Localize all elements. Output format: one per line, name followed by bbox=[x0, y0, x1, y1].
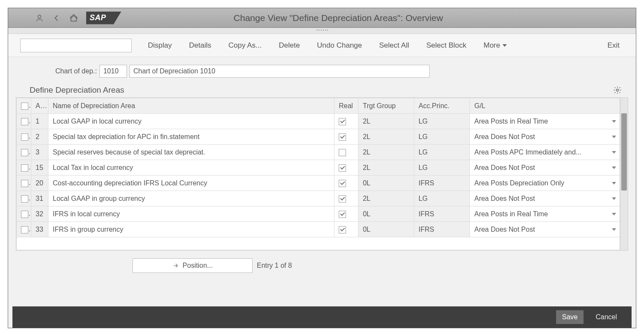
col-header-name[interactable]: Name of Depreciation Area bbox=[48, 98, 334, 114]
cell-acc-princ: LG bbox=[414, 160, 470, 176]
cell-gl-dropdown[interactable]: Area Does Not Post bbox=[470, 160, 620, 176]
table-row[interactable]: 15Local Tax in local currency2LLGArea Do… bbox=[17, 160, 620, 176]
table-row[interactable]: 1Local GAAP in local currency2LLGArea Po… bbox=[17, 114, 620, 129]
sap-logo: SAP bbox=[86, 12, 121, 24]
display-button[interactable]: Display bbox=[139, 34, 181, 57]
cell-gl-dropdown[interactable]: Area Posts in Real Time bbox=[470, 206, 620, 222]
undo-change-button[interactable]: Undo Change bbox=[308, 34, 370, 57]
cell-name[interactable]: Local GAAP in group currency bbox=[48, 191, 334, 206]
cell-real-checkbox[interactable] bbox=[334, 114, 358, 129]
cell-name[interactable]: Local GAAP in local currency bbox=[48, 114, 334, 129]
delete-button[interactable]: Delete bbox=[270, 34, 308, 57]
table-row[interactable]: 2Special tax depreciation for APC in fin… bbox=[17, 129, 620, 145]
cell-name[interactable]: Local Tax in local currency bbox=[48, 160, 334, 176]
cell-trgt-group: 2L bbox=[358, 145, 414, 160]
chevron-down-icon bbox=[612, 120, 616, 123]
cell-gl-dropdown[interactable]: Area Posts Depreciation Only bbox=[470, 176, 620, 191]
row-select-checkbox[interactable] bbox=[17, 160, 31, 176]
svg-point-0 bbox=[38, 15, 41, 18]
cell-ar: 33 bbox=[31, 222, 48, 237]
exit-button[interactable]: Exit bbox=[599, 34, 628, 57]
position-button-label: Position... bbox=[183, 262, 213, 269]
cell-acc-princ: LG bbox=[414, 114, 470, 129]
cell-gl-dropdown[interactable]: Area Does Not Post bbox=[470, 222, 620, 237]
table-row[interactable]: 3Special reserves because of special tax… bbox=[17, 145, 620, 160]
cell-name[interactable]: IFRS in local currency bbox=[48, 206, 334, 222]
cell-ar: 1 bbox=[31, 114, 48, 129]
chart-of-dep-description[interactable]: Chart of Depreciation 1010 bbox=[129, 65, 430, 78]
cell-ar: 15 bbox=[31, 160, 48, 176]
more-button[interactable]: More bbox=[475, 34, 516, 57]
table-row-empty bbox=[17, 237, 620, 250]
cell-real-checkbox[interactable] bbox=[334, 191, 358, 206]
select-all-button[interactable]: Select All bbox=[370, 34, 418, 57]
cell-gl-dropdown[interactable]: Area Does Not Post bbox=[470, 129, 620, 145]
chevron-down-icon bbox=[612, 151, 616, 154]
chevron-down-icon bbox=[612, 182, 616, 185]
table-row[interactable]: 32IFRS in local currency0LIFRSArea Posts… bbox=[17, 206, 620, 222]
col-header-gl[interactable]: G/L bbox=[470, 98, 620, 114]
save-button[interactable]: Save bbox=[556, 310, 584, 324]
table-row[interactable]: 33IFRS in group currency0LIFRSArea Does … bbox=[17, 222, 620, 237]
chevron-down-icon bbox=[612, 197, 616, 200]
table-row[interactable]: 31Local GAAP in group currency2LLGArea D… bbox=[17, 191, 620, 206]
table-row[interactable]: 20Cost-accounting depreciation IFRS Loca… bbox=[17, 176, 620, 191]
section-title-row: Define Depreciation Areas bbox=[12, 85, 632, 95]
cell-trgt-group: 2L bbox=[358, 129, 414, 145]
row-select-checkbox[interactable] bbox=[17, 191, 31, 206]
position-button[interactable]: Position... bbox=[132, 258, 253, 273]
home-icon[interactable] bbox=[69, 13, 78, 23]
col-header-acc-princ[interactable]: Acc.Princ. bbox=[414, 98, 470, 114]
cell-gl-dropdown[interactable]: Area Posts APC Immediately and... bbox=[470, 145, 620, 160]
cell-name[interactable]: Special reserves because of special tax … bbox=[48, 145, 334, 160]
vertical-scrollbar[interactable] bbox=[620, 98, 628, 250]
user-icon[interactable] bbox=[35, 13, 44, 23]
select-all-checkbox[interactable] bbox=[17, 98, 31, 114]
chart-of-dep-label: Chart of dep.: bbox=[55, 67, 97, 75]
row-select-checkbox[interactable] bbox=[17, 114, 31, 129]
cell-name[interactable]: Cost-accounting depreciation IFRS Local … bbox=[48, 176, 334, 191]
cell-acc-princ: LG bbox=[414, 129, 470, 145]
cell-gl-dropdown[interactable]: Area Posts in Real Time bbox=[470, 114, 620, 129]
cell-real-checkbox[interactable] bbox=[334, 129, 358, 145]
drag-handle[interactable] bbox=[8, 28, 636, 34]
row-select-checkbox[interactable] bbox=[17, 222, 31, 237]
cell-ar: 32 bbox=[31, 206, 48, 222]
cell-acc-princ: IFRS bbox=[414, 206, 470, 222]
position-row: Position... Entry 1 of 8 bbox=[12, 251, 632, 279]
cell-real-checkbox[interactable] bbox=[334, 145, 358, 160]
gear-icon[interactable] bbox=[613, 85, 622, 95]
footer-bar: Save Cancel bbox=[12, 306, 632, 328]
cell-gl-dropdown[interactable]: Area Does Not Post bbox=[470, 191, 620, 206]
cell-real-checkbox[interactable] bbox=[334, 222, 358, 237]
cell-real-checkbox[interactable] bbox=[334, 176, 358, 191]
cell-real-checkbox[interactable] bbox=[334, 206, 358, 222]
cell-name[interactable]: IFRS in group currency bbox=[48, 222, 334, 237]
command-input[interactable] bbox=[20, 39, 132, 52]
toolbar: Display Details Copy As... Delete Undo C… bbox=[8, 34, 636, 57]
scrollbar-thumb[interactable] bbox=[621, 113, 627, 191]
back-icon[interactable] bbox=[52, 13, 61, 23]
cell-name[interactable]: Special tax depreciation for APC in fin.… bbox=[48, 129, 334, 145]
row-select-checkbox[interactable] bbox=[17, 145, 31, 160]
row-select-checkbox[interactable] bbox=[17, 176, 31, 191]
row-select-checkbox[interactable] bbox=[17, 206, 31, 222]
col-header-real[interactable]: Real bbox=[334, 98, 358, 114]
copy-as-button[interactable]: Copy As... bbox=[220, 34, 270, 57]
chevron-down-icon bbox=[612, 213, 616, 215]
select-block-button[interactable]: Select Block bbox=[418, 34, 475, 57]
cell-acc-princ: LG bbox=[414, 191, 470, 206]
cell-ar: 20 bbox=[31, 176, 48, 191]
details-button[interactable]: Details bbox=[181, 34, 220, 57]
cancel-button[interactable]: Cancel bbox=[590, 310, 623, 324]
col-header-trgt-group[interactable]: Trgt Group bbox=[358, 98, 414, 114]
row-select-checkbox[interactable] bbox=[17, 129, 31, 145]
cell-trgt-group: 2L bbox=[358, 160, 414, 176]
chevron-down-icon bbox=[612, 136, 616, 138]
entry-counter: Entry 1 of 8 bbox=[257, 262, 292, 269]
cell-real-checkbox[interactable] bbox=[334, 160, 358, 176]
depreciation-areas-table: Ar. Name of Depreciation Area Real Trgt … bbox=[16, 98, 620, 250]
cell-acc-princ: IFRS bbox=[414, 176, 470, 191]
chart-of-dep-code[interactable]: 1010 bbox=[99, 65, 127, 78]
col-header-ar[interactable]: Ar. bbox=[31, 98, 48, 114]
